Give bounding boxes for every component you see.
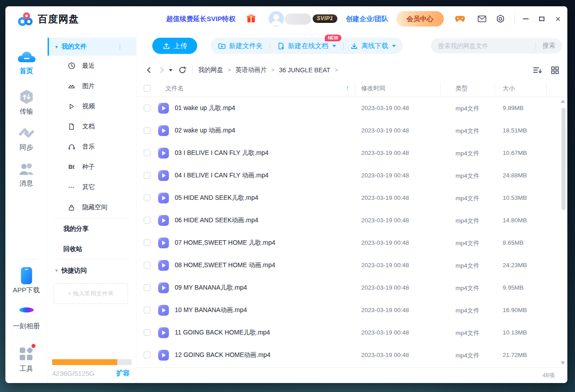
caret-down-icon[interactable]: ▾ <box>55 268 62 273</box>
refresh-icon[interactable] <box>177 66 188 74</box>
video-file-icon <box>158 148 169 159</box>
sidebar-item-pictures[interactable]: 图片 <box>48 76 136 96</box>
sidebar-item-docs[interactable]: 文档 <box>48 116 136 137</box>
column-header-name[interactable]: 文件名 <box>165 84 184 92</box>
breadcrumb-root[interactable]: 我的网盘 <box>198 66 223 74</box>
upload-button[interactable]: 上传 <box>152 38 197 54</box>
history-dropdown-icon[interactable] <box>169 69 172 71</box>
search-button[interactable]: 搜索 <box>536 42 562 50</box>
sidebar-item-recent[interactable]: 最近 <box>48 56 136 76</box>
table-row[interactable]: 07 HOME,SWEET HOME 儿歌.mp4 2023-03-19 00:… <box>137 232 567 254</box>
table-row[interactable]: 02 wake up 动画.mp4 2023-03-19 00:48 mp4文件… <box>137 119 567 142</box>
nav-forward-icon[interactable] <box>156 66 167 74</box>
search-input[interactable] <box>431 42 535 49</box>
file-type: mp4文件 <box>456 217 479 225</box>
table-row[interactable]: 10 MY BANANA动画.mp4 2023-03-19 00:48 mp4文… <box>137 299 567 322</box>
rail-item-tools[interactable]: 工具 <box>5 345 47 373</box>
rail-item-transfer[interactable]: 传输 <box>5 88 47 116</box>
scrollbar-up-arrow[interactable] <box>561 100 565 103</box>
file-name[interactable]: 01 wake up 儿歌.mp4 <box>175 104 235 112</box>
row-checkbox[interactable] <box>144 172 150 179</box>
sort-ascending-icon[interactable]: ↑ <box>346 84 349 91</box>
row-checkbox[interactable] <box>144 105 150 111</box>
gift-icon[interactable] <box>246 13 256 23</box>
close-button[interactable]: × <box>552 13 564 25</box>
settings-gear-icon[interactable] <box>495 14 505 24</box>
sidebar-item-others[interactable]: ··· 其它 <box>48 177 136 197</box>
breadcrumb-current[interactable]: 36 JUNGLE BEAT <box>279 66 330 74</box>
column-header-size[interactable]: 大小 <box>503 84 515 92</box>
file-name[interactable]: 08 HOME,SWEET HOME 动画.mp4 <box>175 261 275 269</box>
expand-storage-link[interactable]: 扩容 <box>116 369 130 378</box>
column-header-type[interactable]: 类型 <box>456 84 468 92</box>
file-name[interactable]: 02 wake up 动画.mp4 <box>175 127 235 135</box>
games-icon[interactable] <box>455 14 465 24</box>
row-checkbox[interactable] <box>144 352 150 358</box>
rail-item-home[interactable]: 首页 <box>5 48 47 75</box>
sidebar-item-hidden-space[interactable]: 隐藏空间 <box>48 197 136 217</box>
svip-level-badge[interactable]: SVIP1 <box>313 14 337 23</box>
nav-back-icon[interactable] <box>144 66 155 74</box>
file-name[interactable]: 10 MY BANANA动画.mp4 <box>175 306 247 314</box>
table-row[interactable]: 01 wake up 儿歌.mp4 2023-03-19 00:48 mp4文件… <box>137 97 567 119</box>
rail-item-photos[interactable]: 一刻相册 <box>5 303 47 330</box>
row-checkbox[interactable] <box>144 150 150 156</box>
file-name[interactable]: 03 I BELIVE I CAN FLY 儿歌.mp4 <box>175 149 269 157</box>
member-center-button[interactable]: 会员中心 <box>396 11 444 26</box>
sidebar-item-quick-access[interactable]: ▾ 快捷访问 <box>48 260 136 281</box>
row-checkbox[interactable] <box>144 217 150 224</box>
select-all-checkbox[interactable] <box>144 85 150 92</box>
sort-list-icon[interactable] <box>533 66 543 74</box>
file-name[interactable]: 04 I BELIVE I CAN FLY 动画.mp4 <box>175 172 269 180</box>
scrollbar-down-arrow[interactable] <box>561 361 565 365</box>
new-online-doc-button[interactable]: NEW 新建在线文档 <box>277 42 336 50</box>
scrollbar-thumb[interactable] <box>562 108 566 210</box>
table-row[interactable]: 08 HOME,SWEET HOME 动画.mp4 2023-03-19 00:… <box>137 254 567 277</box>
minimize-button[interactable] <box>519 13 532 25</box>
file-name[interactable]: 05 HIDE AND SEEK儿歌.mp4 <box>175 194 258 202</box>
sidebar-item-torrents[interactable]: Bt 种子 <box>48 157 136 177</box>
row-checkbox[interactable] <box>144 262 150 269</box>
maximize-button[interactable] <box>535 13 548 25</box>
row-checkbox[interactable] <box>144 239 150 246</box>
sidebar-item-my-files[interactable]: ▾ 我的文件 ⋮ <box>48 38 136 56</box>
table-row[interactable]: 03 I BELIVE I CAN FLY 儿歌.mp4 2023-03-19 … <box>137 142 567 164</box>
row-checkbox[interactable] <box>144 329 150 336</box>
sidebar-item-my-share[interactable]: 我的分享 <box>48 219 136 239</box>
svip-promo-link[interactable]: 超值续费延长SVIP特权 <box>166 15 235 23</box>
rail-item-app-download[interactable]: APP下载 <box>5 267 47 295</box>
sidebar-item-videos[interactable]: 视频 <box>48 96 136 116</box>
caret-down-icon[interactable]: ▾ <box>55 44 62 50</box>
new-folder-button[interactable]: 新建文件夹 <box>218 42 263 50</box>
row-checkbox[interactable] <box>144 194 150 201</box>
file-name[interactable]: 06 HIDE AND SEEK动画.mp4 <box>175 216 258 225</box>
kebab-menu-icon[interactable]: ⋮ <box>117 43 124 50</box>
table-row[interactable]: 11 GOING BACK HOME儿歌.mp4 2023-03-19 00:4… <box>137 322 567 344</box>
file-name[interactable]: 09 MY BANANA儿歌.mp4 <box>175 284 247 292</box>
row-checkbox[interactable] <box>144 307 150 313</box>
file-name[interactable]: 07 HOME,SWEET HOME 儿歌.mp4 <box>175 239 275 247</box>
sidebar-item-recycle-bin[interactable]: 回收站 <box>48 239 136 259</box>
table-row[interactable]: 06 HIDE AND SEEK动画.mp4 2023-03-19 00:48 … <box>137 209 567 232</box>
table-row[interactable]: 05 HIDE AND SEEK儿歌.mp4 2023-03-19 00:48 … <box>137 187 567 209</box>
row-checkbox[interactable] <box>144 284 150 291</box>
column-header-modified[interactable]: 修改时间 <box>361 84 385 92</box>
table-row[interactable]: 12 GOING BACK HOME动画.mp4 2023-03-19 00:4… <box>137 344 567 366</box>
rail-label: 首页 <box>5 67 47 75</box>
rail-item-sync[interactable]: 同步 <box>5 124 47 152</box>
file-size: 9.95MB <box>503 284 524 291</box>
rail-item-messages[interactable]: 消息 <box>5 160 47 188</box>
mail-icon[interactable] <box>477 14 487 24</box>
sidebar-item-music[interactable]: 音乐 <box>48 137 136 157</box>
file-name[interactable]: 11 GOING BACK HOME儿歌.mp4 <box>175 329 270 337</box>
user-avatar[interactable] <box>269 11 284 26</box>
breadcrumb-folder[interactable]: 英语动画片 <box>235 66 267 74</box>
row-checkbox[interactable] <box>144 127 150 134</box>
table-row[interactable]: 09 MY BANANA儿歌.mp4 2023-03-19 00:48 mp4文… <box>137 277 567 299</box>
drag-folder-dropzone[interactable]: + 拖入常用文件夹 <box>53 283 128 304</box>
file-name[interactable]: 12 GOING BACK HOME动画.mp4 <box>175 351 270 359</box>
table-row[interactable]: 04 I BELIVE I CAN FLY 动画.mp4 2023-03-19 … <box>137 164 567 187</box>
create-team-link[interactable]: 创建企业/团队 <box>346 15 388 23</box>
offline-download-button[interactable]: 离线下载 <box>350 42 396 50</box>
grid-view-icon[interactable] <box>551 66 559 75</box>
